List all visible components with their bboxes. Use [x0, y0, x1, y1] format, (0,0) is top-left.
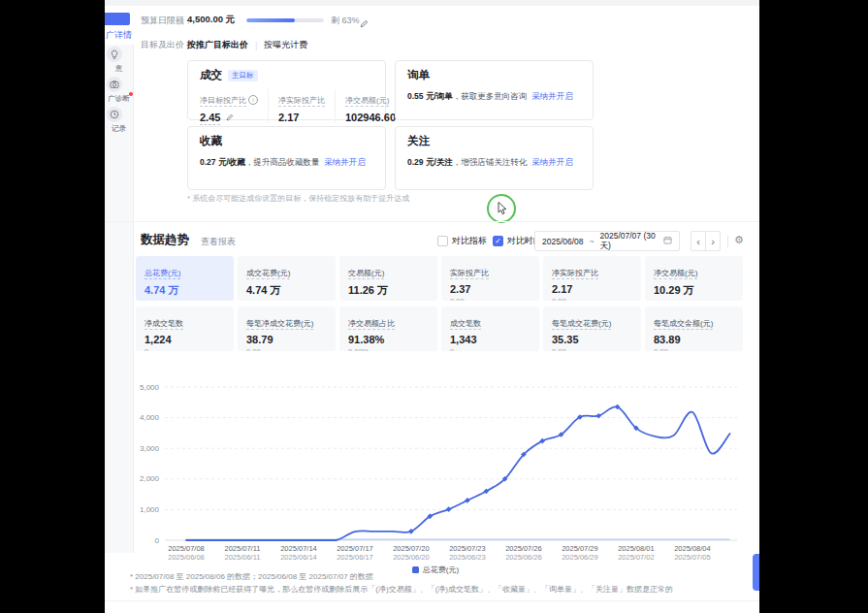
- metric-card-value: 4.74 万: [145, 283, 225, 298]
- date-range-picker[interactable]: 2025/06/08 ~ 2025/07/07 (30天): [534, 231, 680, 251]
- metric-card[interactable]: 实际投产比2.370.00: [441, 256, 539, 301]
- sidebar-item-diagnosis[interactable]: [107, 77, 122, 92]
- metric-card-value: 10.29 万: [654, 283, 734, 298]
- metric-card[interactable]: 净实际投产比2.170.00: [543, 256, 641, 301]
- follow-card-title: 关注: [407, 134, 430, 148]
- metric-card-label: 净成交笔数: [145, 319, 183, 330]
- chart-footnote-disclaimer: * 如果推广在暂停或删除前已经获得了曝光，那么在暂停或删除后展示「(净)交易额」…: [130, 584, 673, 595]
- metric-card-label: 成交笔数: [450, 319, 481, 330]
- next-period-button[interactable]: ›: [705, 231, 721, 251]
- favorite-desc: ，提升商品收藏数量: [245, 157, 320, 167]
- controls-separator: [727, 236, 728, 247]
- top-strip: [105, 0, 759, 6]
- favorite-adopt-link[interactable]: 采纳并开启: [324, 157, 366, 167]
- metric-card-value: 35.35: [552, 334, 632, 345]
- goals-options: 按推广目标出价 | 按曝光计费: [187, 39, 307, 51]
- metric-card-value: 1,343: [450, 334, 530, 345]
- sidebar-item-idea[interactable]: [107, 47, 122, 62]
- compare-time-checkbox[interactable]: [493, 236, 503, 246]
- pencil-icon[interactable]: [226, 112, 234, 123]
- legend-label: 总花费(元): [423, 565, 459, 574]
- compare-metric-label: 对比指标: [452, 235, 487, 247]
- floating-action-button[interactable]: [753, 554, 759, 591]
- svg-text:2025/07/23: 2025/07/23: [449, 544, 486, 553]
- chart-footnote-periods: * 2025/07/08 至 2025/08/06 的数据；2025/06/08…: [130, 571, 373, 582]
- deal-metric-label: 净实际投产比: [278, 96, 325, 107]
- metric-card-label: 每笔成交花费(元): [552, 319, 611, 330]
- svg-text:2025/07/17: 2025/07/17: [337, 544, 373, 553]
- deal-metric-value[interactable]: 2.45: [200, 112, 220, 125]
- metric-card[interactable]: 每笔成交金额(元)83.890.00: [645, 306, 743, 351]
- view-report-link[interactable]: 查看报表: [201, 236, 236, 248]
- svg-text:0: 0: [155, 536, 160, 545]
- goal-card-follow[interactable]: 关注 0.29 元/关注，增强店铺关注转化采纳并开启: [395, 126, 594, 190]
- selected-tab-badge[interactable]: [105, 13, 130, 25]
- date-separator: ~: [590, 237, 595, 246]
- metric-card[interactable]: 成交花费(元)4.74 万0.00: [238, 256, 336, 301]
- budget-label: 预算日限额：: [141, 15, 193, 27]
- goal-option-target-bid[interactable]: 按推广目标出价: [187, 39, 248, 51]
- deal-metric-col: 净目标投产比i 2.45: [200, 89, 269, 123]
- info-icon[interactable]: i: [248, 95, 258, 105]
- metric-card[interactable]: 总花费(元)4.74 万0.00: [136, 256, 234, 301]
- metric-card-label: 每笔净成交花费(元): [246, 319, 313, 330]
- metric-card[interactable]: 净成交笔数1,2240: [136, 306, 234, 351]
- metric-card[interactable]: 每笔成交花费(元)35.350.00: [543, 306, 641, 351]
- metric-card[interactable]: 每笔净成交花费(元)38.790.00: [238, 306, 336, 351]
- metric-card-label: 实际投产比: [450, 269, 489, 279]
- svg-text:2,000: 2,000: [140, 474, 160, 483]
- goal-card-inquiry[interactable]: 询单 0.55 元/询单，获取更多意向咨询采纳并开启: [395, 60, 594, 120]
- deal-metric-label: 净交易额(元): [345, 96, 389, 107]
- goal-option-impression-bid[interactable]: 按曝光计费: [264, 39, 307, 51]
- metric-card[interactable]: 交易额(元)11.26 万0.00: [339, 256, 437, 301]
- camera-icon: [110, 76, 119, 93]
- date-end: 2025/07/07 (30天): [600, 231, 663, 252]
- metric-card-value: 11.26 万: [348, 283, 429, 298]
- deal-metric-col: 净实际投产比 2.17: [278, 89, 336, 123]
- metric-card-subvalue: 0.00: [246, 347, 327, 351]
- section-divider: [105, 221, 759, 222]
- budget-edit-button[interactable]: [360, 15, 369, 32]
- metric-card-label: 总花费(元): [145, 269, 180, 279]
- metric-card-subvalue: 0.00: [450, 297, 530, 301]
- metric-card-label: 成交花费(元): [246, 269, 290, 279]
- budget-value: 4,500.00 元: [187, 14, 235, 26]
- deal-metric-value: 102946.60: [345, 112, 396, 123]
- inquiry-adopt-link[interactable]: 采纳并开启: [531, 91, 573, 101]
- metric-card-value: 91.38%: [348, 334, 429, 345]
- metric-card-value: 2.17: [552, 283, 632, 295]
- goal-system-note: * 系统会尽可能达成你设置的目标，保持稳定投放有助于提升达成: [187, 193, 409, 204]
- metric-card[interactable]: 净交易额(元)10.29 万0.00: [645, 256, 743, 301]
- goal-card-favorite[interactable]: 收藏 0.27 元/收藏，提升商品收藏数量采纳并开启: [187, 126, 386, 190]
- budget-progress-bar: [246, 18, 324, 22]
- metric-card-subvalue: 0: [450, 347, 530, 351]
- metric-card[interactable]: 净交易额占比91.38%0.00%: [339, 306, 437, 351]
- follow-adopt-link[interactable]: 采纳并开启: [531, 157, 573, 167]
- svg-text:2025/07/29: 2025/07/29: [562, 544, 598, 553]
- notification-dot: [129, 92, 133, 96]
- compare-metric-control[interactable]: 对比指标: [437, 235, 487, 247]
- goal-card-deal[interactable]: 成交 主目标 净目标投产比i 2.45 净实际投产比 2.17 净交易额(元) …: [187, 60, 386, 120]
- svg-text:2025/06/26: 2025/06/26: [505, 553, 542, 562]
- calendar-icon: [663, 236, 672, 246]
- mouse-cursor: [498, 202, 508, 219]
- clock-icon: [110, 106, 119, 123]
- svg-text:2025/08/01: 2025/08/01: [618, 544, 655, 553]
- sidebar-item-history[interactable]: [107, 107, 122, 122]
- goals-label: 目标及出价：: [141, 39, 193, 51]
- metric-card[interactable]: 成交笔数1,3430: [441, 306, 539, 351]
- bottom-divider: [105, 600, 759, 601]
- prev-period-button[interactable]: ‹: [691, 231, 706, 251]
- metric-card-subvalue: 0.00%: [348, 347, 429, 351]
- metric-card-value: 4.74 万: [246, 283, 327, 298]
- sidebar-tab-detail[interactable]: 广详情: [105, 29, 133, 42]
- svg-text:5,000: 5,000: [140, 383, 160, 392]
- svg-text:2025/06/17: 2025/06/17: [337, 553, 373, 562]
- svg-text:2025/08/04: 2025/08/04: [674, 544, 711, 553]
- compare-metric-checkbox[interactable]: [437, 236, 448, 246]
- metric-card-subvalue: 0.00: [246, 300, 327, 301]
- svg-text:2025/07/20: 2025/07/20: [393, 544, 430, 553]
- svg-text:4,000: 4,000: [140, 413, 160, 422]
- gear-icon[interactable]: ⚙: [734, 234, 744, 246]
- trend-chart: 01,0002,0003,0004,0005,0002025/07/082025…: [130, 376, 741, 566]
